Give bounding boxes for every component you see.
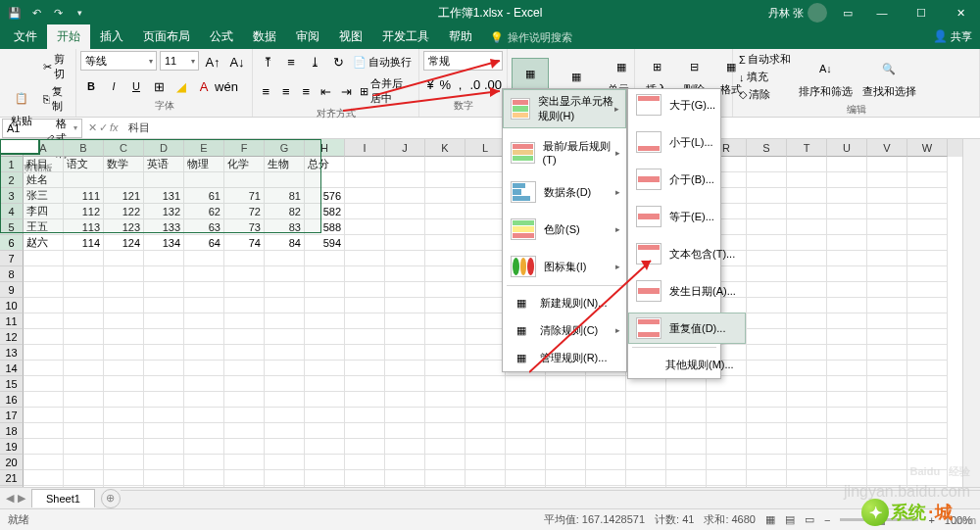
fx-icon[interactable]: fx bbox=[110, 121, 119, 134]
worksheet-grid[interactable]: ABCDEFGHIJKLMNOPQRSTUVW 1234567891011121… bbox=[0, 139, 980, 487]
cell[interactable] bbox=[144, 345, 184, 361]
cell[interactable] bbox=[907, 376, 948, 392]
cell[interactable] bbox=[666, 486, 707, 487]
cell[interactable] bbox=[827, 172, 867, 188]
cell[interactable] bbox=[666, 423, 707, 439]
cell[interactable] bbox=[104, 392, 144, 408]
cell[interactable] bbox=[787, 470, 827, 486]
cell[interactable] bbox=[425, 188, 466, 204]
cell[interactable] bbox=[867, 251, 907, 266]
column-headers[interactable]: ABCDEFGHIJKLMNOPQRSTUVW bbox=[24, 139, 962, 157]
cell[interactable] bbox=[425, 157, 466, 172]
cell[interactable] bbox=[466, 439, 506, 455]
cell[interactable] bbox=[104, 439, 144, 455]
cell[interactable] bbox=[104, 455, 144, 470]
cell[interactable] bbox=[907, 408, 948, 423]
cell[interactable] bbox=[546, 455, 586, 470]
underline-button[interactable]: U bbox=[125, 75, 147, 97]
cell[interactable]: 李四 bbox=[24, 204, 64, 219]
cell[interactable] bbox=[265, 376, 305, 392]
align-top-icon[interactable]: ⤒ bbox=[257, 51, 278, 72]
cell[interactable] bbox=[867, 282, 907, 298]
cell[interactable] bbox=[747, 219, 787, 235]
orientation-icon[interactable]: ↻ bbox=[327, 51, 349, 72]
cell[interactable] bbox=[305, 423, 345, 439]
row-header[interactable]: 3 bbox=[0, 188, 24, 204]
horizontal-scrollbar[interactable] bbox=[121, 490, 980, 507]
cell[interactable] bbox=[425, 313, 466, 329]
autosum-button[interactable]: Σ 自动求和 bbox=[737, 51, 793, 68]
merge-button[interactable]: ⊞ 合并后居中 bbox=[358, 75, 415, 107]
tab-layout[interactable]: 页面布局 bbox=[133, 24, 200, 49]
cell[interactable] bbox=[144, 486, 184, 487]
cell[interactable] bbox=[747, 392, 787, 408]
cell[interactable] bbox=[184, 439, 224, 455]
cell[interactable] bbox=[827, 157, 867, 172]
cell[interactable] bbox=[345, 235, 385, 251]
col-header[interactable]: F bbox=[224, 139, 265, 157]
cell[interactable] bbox=[224, 439, 265, 455]
cell[interactable] bbox=[546, 408, 586, 423]
cell[interactable] bbox=[787, 235, 827, 251]
cell[interactable] bbox=[265, 486, 305, 487]
cell[interactable] bbox=[144, 470, 184, 486]
cell[interactable] bbox=[305, 313, 345, 329]
row-header[interactable]: 2 bbox=[0, 172, 24, 188]
cell[interactable] bbox=[385, 266, 425, 282]
cell[interactable] bbox=[827, 298, 867, 313]
cell[interactable] bbox=[827, 219, 867, 235]
cell[interactable] bbox=[827, 361, 867, 376]
cell[interactable] bbox=[104, 486, 144, 487]
cell[interactable] bbox=[265, 455, 305, 470]
cell[interactable] bbox=[265, 298, 305, 313]
cell[interactable] bbox=[827, 188, 867, 204]
cell[interactable] bbox=[104, 423, 144, 439]
cell[interactable] bbox=[747, 345, 787, 361]
cell[interactable] bbox=[827, 266, 867, 282]
cell[interactable] bbox=[184, 329, 224, 345]
menu-date[interactable]: 发生日期(A)... bbox=[628, 275, 746, 307]
cancel-formula-icon[interactable]: ✕ bbox=[88, 121, 97, 134]
cell[interactable] bbox=[24, 470, 64, 486]
cell[interactable] bbox=[506, 455, 546, 470]
cell[interactable] bbox=[787, 361, 827, 376]
cell[interactable] bbox=[827, 455, 867, 470]
cell[interactable]: 132 bbox=[144, 204, 184, 219]
cell[interactable] bbox=[425, 235, 466, 251]
cell[interactable] bbox=[747, 266, 787, 282]
cell[interactable] bbox=[506, 470, 546, 486]
menu-greater-than[interactable]: 大于(G)... bbox=[628, 89, 746, 120]
menu-equal[interactable]: 等于(E)... bbox=[628, 201, 746, 232]
phonetic-button[interactable]: wén bbox=[216, 75, 237, 97]
row-header[interactable]: 5 bbox=[0, 219, 24, 235]
cell[interactable] bbox=[827, 282, 867, 298]
row-header[interactable]: 15 bbox=[0, 376, 24, 392]
cell[interactable] bbox=[144, 172, 184, 188]
percent-icon[interactable]: % bbox=[438, 73, 452, 95]
cell[interactable] bbox=[385, 439, 425, 455]
cell[interactable] bbox=[305, 329, 345, 345]
bold-button[interactable]: B bbox=[80, 75, 102, 97]
cell[interactable] bbox=[345, 188, 385, 204]
cell[interactable]: 84 bbox=[265, 235, 305, 251]
sheet-next-icon[interactable]: ▶ bbox=[18, 492, 25, 505]
cell[interactable] bbox=[425, 455, 466, 470]
cell[interactable]: 594 bbox=[305, 235, 345, 251]
cell[interactable] bbox=[345, 313, 385, 329]
cell[interactable] bbox=[305, 408, 345, 423]
minimize-button[interactable]: — bbox=[862, 0, 902, 25]
col-header[interactable]: T bbox=[787, 139, 827, 157]
cell[interactable] bbox=[626, 408, 666, 423]
cell[interactable] bbox=[666, 408, 707, 423]
cell[interactable] bbox=[666, 470, 707, 486]
increase-font-icon[interactable]: A↑ bbox=[202, 51, 223, 72]
cell[interactable] bbox=[867, 204, 907, 219]
zoom-out-icon[interactable]: − bbox=[824, 514, 830, 526]
cell[interactable]: 62 bbox=[184, 204, 224, 219]
cell[interactable] bbox=[345, 251, 385, 266]
cell[interactable] bbox=[64, 345, 104, 361]
cell[interactable] bbox=[305, 455, 345, 470]
cell[interactable]: 82 bbox=[265, 204, 305, 219]
cell[interactable] bbox=[24, 345, 64, 361]
cell[interactable] bbox=[907, 470, 948, 486]
